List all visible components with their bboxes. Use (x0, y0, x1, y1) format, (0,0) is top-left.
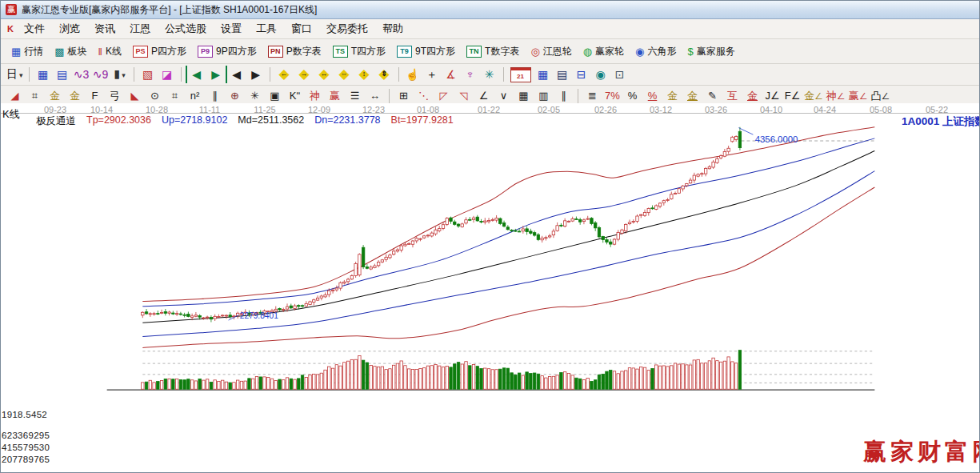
j-angle-tool[interactable]: J∠ (762, 87, 782, 105)
caret-down-icon: ▾ (122, 71, 126, 79)
menu-item-5[interactable]: 设置 (214, 20, 249, 38)
hu-channel-tool[interactable]: 互 (722, 87, 742, 105)
menu-item-7[interactable]: 窗口 (284, 20, 319, 38)
p-square-button[interactable]: PSP四方形 (127, 42, 192, 61)
box-fan-tool-2[interactable]: ◹ (454, 87, 474, 105)
chart3-tool[interactable]: ∿3 (72, 66, 91, 83)
pen-line-tool[interactable]: ✎ (702, 87, 722, 105)
winner-service-button[interactable]: $赢家服务 (682, 42, 740, 61)
level-meter-tool[interactable]: ≣ (582, 87, 602, 105)
circle-cross-tool[interactable]: ⊕ (225, 87, 245, 105)
info-doc-tool[interactable]: ▤ (53, 66, 72, 83)
calendar-tool[interactable]: 21 (510, 67, 531, 82)
ying-grid-tool[interactable]: 赢 (325, 87, 345, 105)
k-marks-tool[interactable]: Kʺ (285, 87, 305, 105)
grid-tool[interactable]: ⌗ (25, 87, 45, 105)
export-image-tool[interactable]: ◉ (591, 66, 610, 83)
gold-red-line-tool[interactable]: 金 (742, 87, 762, 105)
gold-line-tool[interactable]: 金 (682, 87, 702, 105)
angle-fan-tool[interactable]: ∠ (474, 87, 494, 105)
percent-line-tool[interactable]: % (642, 87, 662, 105)
box-fan-tool-1[interactable]: ◸ (434, 87, 454, 105)
menu-item-9[interactable]: 帮助 (375, 20, 410, 38)
gold-circle-tool[interactable]: 金 (662, 87, 682, 105)
prev-bar-button[interactable]: ◀ (227, 66, 246, 83)
diamond-shift-right[interactable]: ◆→ (294, 66, 314, 83)
calculator-tool[interactable]: ▦ (534, 66, 553, 83)
n2-grid-tool[interactable]: n² (185, 87, 205, 105)
last-bar-button[interactable]: ▶ (206, 66, 227, 83)
kline-button[interactable]: ‖K线 (93, 42, 127, 61)
gold-grid-tool-2[interactable]: 金 (65, 87, 85, 105)
zigzag-tool[interactable]: ∨ (494, 87, 514, 105)
shen-angle-tool[interactable]: 神∠ (825, 87, 847, 105)
dial-circle-tool[interactable]: ⊙ (145, 87, 165, 105)
notes-tool[interactable]: ▤ (553, 66, 572, 83)
diamond-expand-x[interactable]: ◆↔ (314, 66, 334, 83)
diamond-shift-left[interactable]: ◆← (274, 66, 294, 83)
brush-tool[interactable]: ◣ (125, 87, 145, 105)
menu-item-1[interactable]: 浏览 (52, 20, 87, 38)
box-grid-tool[interactable]: ⊞ (394, 87, 414, 105)
gann-pattern-tool[interactable]: ▧ (138, 66, 158, 83)
slant-lines-tool[interactable]: ∥ (554, 87, 574, 105)
p9-square-button[interactable]: P99P四方形 (192, 42, 262, 61)
menu-item-0[interactable]: 文件 (17, 20, 52, 38)
parallel-lines-tool[interactable]: ∥ (205, 87, 225, 105)
t9-square-button[interactable]: T99T四方形 (391, 42, 461, 61)
wide-grid-tool[interactable]: ⌗ (165, 87, 185, 105)
percent-tool[interactable]: % (622, 87, 642, 105)
tu-angle-tool[interactable]: 凸∠ (869, 87, 891, 105)
gann-mark-tool[interactable]: ♆ (461, 66, 480, 83)
t-square-button[interactable]: TST四方形 (327, 42, 391, 61)
candle-style-select[interactable]: ▮▾ (110, 65, 130, 84)
t-table-button[interactable]: TNT数字表 (461, 42, 525, 61)
chart9-tool[interactable]: ∿9 (91, 66, 110, 83)
f-angle-tool[interactable]: F∠ (782, 87, 802, 105)
sectors-button[interactable]: ▩板块 (49, 42, 92, 61)
save-tool[interactable]: ⊟ (572, 66, 591, 83)
color-histogram-tool[interactable]: ◪ (158, 66, 177, 83)
crosshair-tool[interactable]: ＋ (422, 66, 442, 83)
quotes-button[interactable]: ▦行情 (6, 42, 49, 61)
first-bar-button[interactable]: ◀ (186, 66, 206, 83)
ruler-scale-tool[interactable]: ☰ (345, 87, 365, 105)
chart-area[interactable]: 4356.00002279.8401 K线 极反通道 Tp=2902.3036U… (1, 103, 980, 473)
p-square-button-icon: PS (133, 46, 148, 58)
shen-grid-tool[interactable]: 神 (305, 87, 325, 105)
square-target-tool[interactable]: ▣ (265, 87, 285, 105)
h-measure-tool[interactable]: ↔ (365, 87, 385, 105)
period-day-select[interactable]: 日▾ (5, 65, 25, 84)
bar-grid-tool[interactable]: ▥ (534, 87, 554, 105)
menu-item-8[interactable]: 交易委托 (319, 20, 375, 38)
winner-wheel-button[interactable]: ◍赢家轮 (578, 42, 630, 61)
menu-item-2[interactable]: 资讯 (87, 20, 122, 38)
gann-wheel-button[interactable]: ◎江恩轮 (525, 42, 577, 61)
hexagon-button[interactable]: ◉六角形 (630, 42, 682, 61)
window-tile-tool[interactable]: ▦ (34, 66, 53, 83)
menu-item-4[interactable]: 公式选股 (158, 20, 214, 38)
pan-hand-tool[interactable]: ☝ (403, 66, 422, 83)
f-grid-tool[interactable]: F (85, 87, 105, 105)
fine-grid-tool[interactable]: ▦ (514, 87, 534, 105)
diamond-expand-y[interactable]: ◆↕ (354, 66, 374, 83)
menu-item-3[interactable]: 江恩 (122, 20, 158, 38)
web-chart-tool[interactable]: ✳ (480, 66, 499, 83)
gold-angle-tool[interactable]: 金∠ (802, 87, 825, 105)
bow-grid-tool[interactable]: 弓 (105, 87, 125, 105)
diamond-fit-all[interactable]: ◆⇕ (374, 66, 394, 83)
print-tool[interactable]: ⊡ (610, 66, 630, 83)
angle-measure-tool[interactable]: ∡ (442, 66, 461, 83)
gold-grid-tool-1[interactable]: 金 (45, 87, 65, 105)
menu-item-6[interactable]: 工具 (249, 20, 284, 38)
next-bar-button[interactable]: ▶ (246, 66, 266, 83)
spoke-wheel-tool[interactable]: ✳ (245, 87, 265, 105)
draw-pen-tool[interactable]: ◢ (5, 87, 25, 105)
percent7-tool[interactable]: 7% (602, 87, 622, 105)
title-bar[interactable]: 赢 赢家江恩专业版[赢家内部服务平台] - [上证指数 SH1A0001-167… (1, 1, 979, 19)
diamond-compress-x[interactable]: ◆⇔ (334, 66, 354, 83)
kline-chart[interactable]: 4356.00002279.8401 (1, 103, 980, 473)
p-table-button[interactable]: PNP数字表 (262, 42, 327, 61)
ying-angle-tool[interactable]: 赢∠ (847, 87, 870, 105)
fan-lines-tool[interactable]: ⋱ (414, 87, 434, 105)
